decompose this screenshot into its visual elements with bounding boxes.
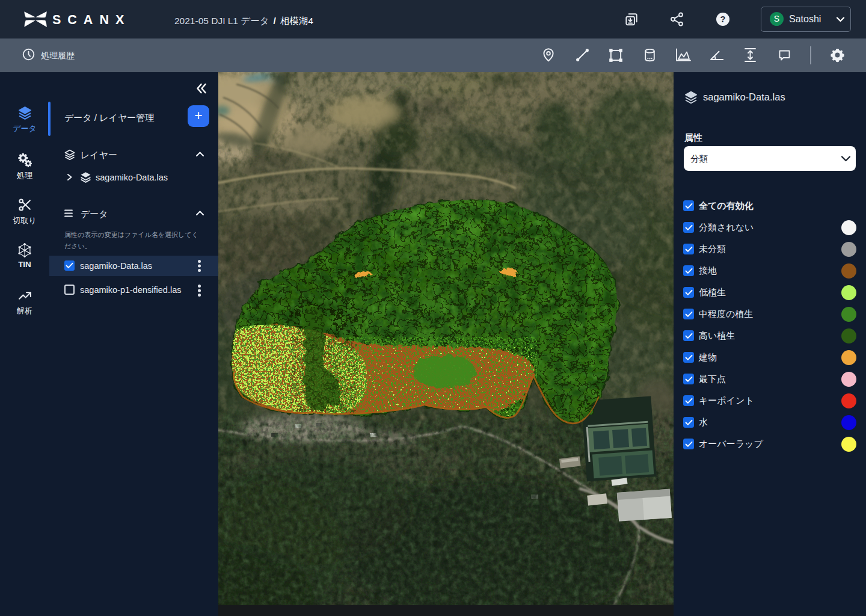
svg-text:SCANX: SCANX	[52, 13, 131, 27]
svg-text:?: ?	[720, 14, 726, 24]
